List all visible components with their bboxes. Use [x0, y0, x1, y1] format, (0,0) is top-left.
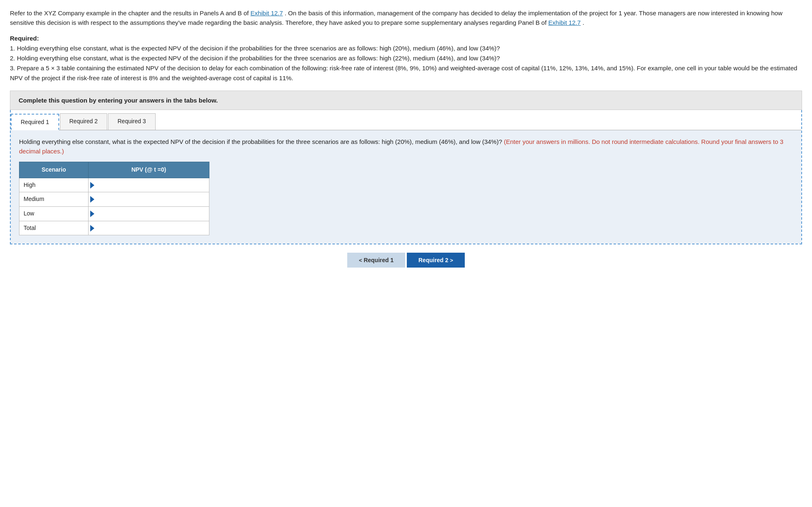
input-medium[interactable] [94, 194, 209, 205]
col1-header: Scenario [19, 162, 89, 178]
row-label-high: High [19, 178, 89, 192]
required-item-1: 1. Holding everything else constant, wha… [10, 43, 802, 53]
prev-label: Required 1 [364, 257, 394, 263]
required-item-3: 3. Prepare a 5 × 3 table containing the … [10, 63, 802, 83]
tabs-row: Required 1 Required 2 Required 3 [11, 110, 801, 130]
intro-text-end: . [582, 19, 584, 26]
row-label-medium: Medium [19, 192, 89, 207]
tab-instruction: Holding everything else constant, what i… [19, 137, 793, 156]
required-section: Required: 1. Holding everything else con… [10, 33, 802, 83]
row-input-cell-medium [88, 192, 209, 207]
instruction-normal: Holding everything else constant, what i… [19, 138, 502, 145]
complete-box-text: Complete this question by entering your … [19, 97, 218, 104]
next-button[interactable]: Required 2 > [407, 253, 465, 268]
tab-required-2[interactable]: Required 2 [60, 113, 108, 130]
table-row: High [19, 178, 209, 192]
prev-arrow: < [359, 257, 362, 263]
input-high[interactable] [94, 179, 209, 191]
row-input-cell-total [88, 221, 209, 235]
intro-text-before-link1: Refer to the XYZ Company example in the … [10, 10, 249, 17]
intro-paragraph: Refer to the XYZ Company example in the … [10, 8, 802, 28]
prev-button[interactable]: < Required 1 [347, 253, 405, 268]
required-item-2: 2. Holding everything else constant, wha… [10, 53, 802, 63]
triangle-icon-medium [90, 196, 94, 203]
table-row: Medium [19, 192, 209, 207]
row-label-total: Total [19, 221, 89, 235]
tab-required-1[interactable]: Required 1 [11, 114, 59, 130]
required-heading: Required: [10, 35, 39, 42]
table-row: Low [19, 207, 209, 221]
triangle-icon-high [90, 182, 94, 189]
input-total[interactable] [94, 222, 209, 234]
row-label-low: Low [19, 207, 89, 221]
col2-header: NPV (@ t =0) [88, 162, 209, 178]
tab-content-required-1: Holding everything else constant, what i… [11, 130, 801, 244]
row-input-cell-low [88, 207, 209, 221]
tabs-container: Required 1 Required 2 Required 3 Holding… [10, 110, 802, 245]
tab-required-3[interactable]: Required 3 [108, 113, 156, 130]
bottom-nav: < Required 1 Required 2 > [10, 253, 802, 268]
table-wrapper: Scenario NPV (@ t =0) High [19, 162, 793, 235]
input-low[interactable] [94, 208, 209, 220]
row-input-cell-high [88, 178, 209, 192]
exhibit-link-2[interactable]: Exhibit 12.7 [548, 19, 581, 26]
table-row: Total [19, 221, 209, 235]
exhibit-link-1[interactable]: Exhibit 12.7 [250, 10, 283, 17]
scenario-table: Scenario NPV (@ t =0) High [19, 162, 209, 235]
triangle-icon-total [90, 225, 94, 232]
complete-box: Complete this question by entering your … [10, 91, 802, 110]
next-label: Required 2 [418, 257, 448, 263]
next-arrow: > [450, 257, 453, 263]
triangle-icon-low [90, 210, 94, 217]
